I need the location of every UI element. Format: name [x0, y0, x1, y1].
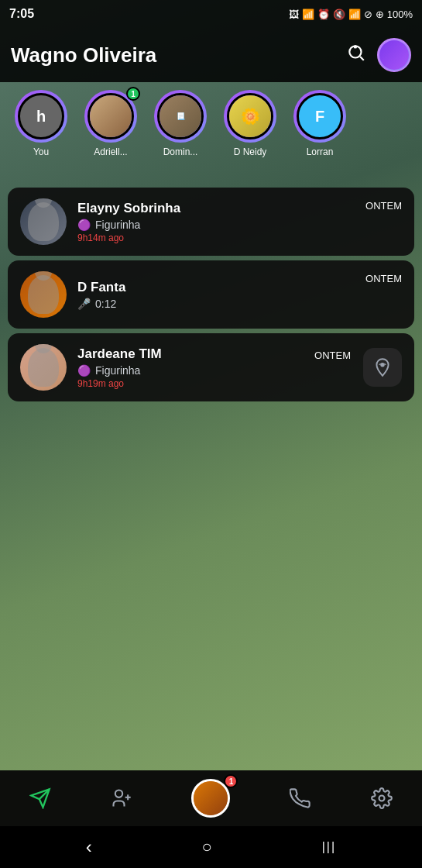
conv-body-dfanta: D Fanta 🎤 0:12 [77, 280, 355, 310]
story-domin[interactable]: 📃 Domin... [146, 90, 215, 157]
battery-icon: 100% [387, 9, 413, 20]
story-ring-you: h [15, 90, 67, 143]
sticker-icon-2: 🟣 [77, 364, 91, 377]
recents-button[interactable]: ||| [322, 840, 336, 854]
story-avatar-adriell [87, 93, 134, 140]
svg-line-1 [360, 57, 364, 60]
conv-msg-elayny: 🟣 Figurinha [77, 219, 355, 231]
conv-timestamp-elayny: ONTEM [365, 198, 402, 212]
conversation-dfanta[interactable]: D Fanta 🎤 0:12 ONTEM [8, 260, 414, 329]
header-actions [346, 38, 411, 72]
story-avatar-you: h [18, 93, 64, 140]
search-button[interactable] [346, 43, 366, 67]
nav-stories-badge: 1 [224, 774, 238, 788]
story-label-dneidy: D Neidy [234, 146, 267, 157]
battery-100-icon: 📶 [302, 9, 314, 20]
story-label-you: You [33, 146, 49, 157]
conv-msg-jardeane: 🟣 Figurinha [77, 364, 304, 377]
story-you[interactable]: h You [6, 90, 76, 157]
status-bar: 7:05 🖼 📶 ⏰ 🔇 📶 ⊘ ⊕ 100% [0, 0, 422, 28]
story-label-adriell: Adriell... [94, 146, 127, 157]
conv-name-elayny: Elayny Sobrinha [77, 201, 355, 216]
nav-settings[interactable] [371, 787, 393, 809]
conv-body-jardeane: Jardeane TIM 🟣 Figurinha 9h19m ago [77, 346, 304, 389]
story-adriell[interactable]: 1 Adriell... [76, 90, 146, 157]
story-ring-dneidy: 🌼 [224, 90, 276, 143]
conv-msg-dfanta: 🎤 0:12 [77, 298, 355, 310]
story-label-lorran: Lorran [307, 146, 334, 157]
conv-timestamp-dfanta: ONTEM [365, 271, 402, 284]
conversation-elayny[interactable]: Elayny Sobrinha 🟣 Figurinha 9h14m ago ON… [8, 188, 414, 256]
no-signal-icon: ⊘ [364, 9, 372, 20]
story-label-domin: Domin... [163, 146, 198, 157]
conv-avatar-jardeane [20, 344, 67, 391]
story-dneidy[interactable]: 🌼 D Neidy [215, 90, 285, 157]
svg-point-6 [115, 790, 122, 797]
conv-time-ago-elayny: 9h14m ago [77, 232, 355, 243]
bottom-navigation: 1 [0, 770, 422, 826]
back-button[interactable]: ‹ [86, 836, 92, 858]
svg-point-9 [379, 796, 384, 801]
header: Wagno Oliveira [0, 28, 422, 82]
story-lorran[interactable]: F Lorran [285, 90, 355, 157]
svg-point-2 [354, 45, 357, 48]
vpn-icon: ⊕ [376, 9, 384, 20]
nav-send[interactable] [29, 787, 51, 809]
conv-body-elayny: Elayny Sobrinha 🟣 Figurinha 9h14m ago [77, 201, 355, 243]
conv-msg-text-jardeane: Figurinha [95, 364, 140, 377]
conv-timestamp-jardeane: ONTEM [314, 348, 351, 361]
conv-name-dfanta: D Fanta [77, 280, 355, 295]
conv-msg-text-dfanta: 0:12 [95, 298, 116, 310]
conv-avatar-elayny [20, 198, 67, 245]
story-badge-adriell: 1 [126, 87, 140, 101]
nav-calls[interactable] [290, 787, 311, 809]
story-avatar-lorran: F [297, 93, 343, 140]
conv-time-ago-jardeane: 9h19m ago [77, 378, 304, 389]
android-navigation-bar: ‹ ○ ||| [0, 826, 422, 868]
profile-avatar[interactable] [377, 38, 411, 72]
page-title: Wagno Oliveira [11, 43, 156, 67]
conversations-list: Elayny Sobrinha 🟣 Figurinha 9h14m ago ON… [0, 183, 422, 406]
snap-action-button[interactable] [363, 348, 402, 387]
story-ring-lorran: F [293, 90, 346, 143]
wifi-icon: 📶 [348, 9, 361, 20]
sticker-icon: 🟣 [77, 219, 91, 231]
conv-msg-text-elayny: Figurinha [95, 219, 140, 231]
nav-new-group[interactable] [111, 787, 132, 809]
alarm-icon: ⏰ [317, 9, 330, 20]
conv-name-jardeane: Jardeane TIM [77, 346, 304, 362]
story-avatar-dneidy: 🌼 [227, 93, 273, 140]
conversation-jardeane[interactable]: Jardeane TIM 🟣 Figurinha 9h19m ago ONTEM [8, 333, 414, 401]
nav-stories[interactable]: 1 [191, 779, 230, 818]
mute-icon: 🔇 [333, 9, 345, 20]
gallery-icon: 🖼 [289, 9, 299, 20]
status-icons: 🖼 📶 ⏰ 🔇 📶 ⊘ ⊕ 100% [289, 9, 413, 20]
status-time: 7:05 [9, 7, 34, 21]
stories-row: h You 1 Adriell... 📃 Domin... [0, 82, 422, 183]
story-ring-domin: 📃 [154, 90, 207, 143]
mic-icon: 🎤 [77, 298, 91, 310]
story-avatar-domin: 📃 [157, 93, 204, 140]
conv-avatar-dfanta [20, 271, 67, 318]
home-button[interactable]: ○ [202, 837, 212, 857]
